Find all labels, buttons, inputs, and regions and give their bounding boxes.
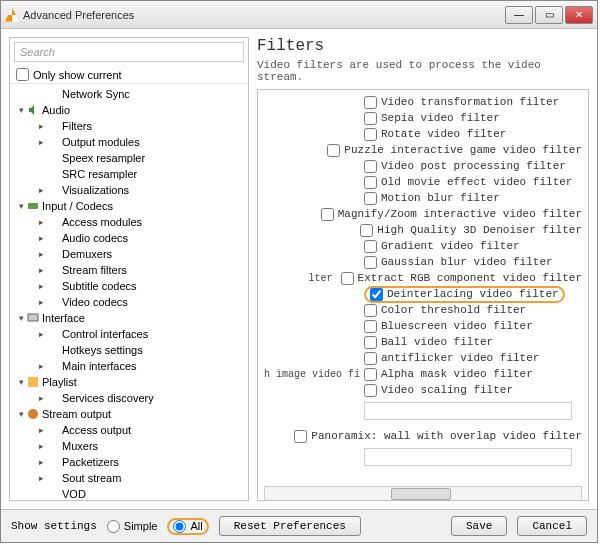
tree-item-vod[interactable]: VOD <box>10 486 248 500</box>
all-radio-wrap[interactable]: All <box>167 518 208 535</box>
filter-label: Video post processing filter <box>381 160 566 172</box>
settings-tree[interactable]: Network Sync▾Audio▸Filters▸Output module… <box>10 83 248 500</box>
filter-checkbox[interactable] <box>327 144 340 157</box>
filter-checkbox[interactable] <box>321 208 334 221</box>
filter-checkbox[interactable] <box>364 336 377 349</box>
filter-label: Alpha mask video filter <box>381 368 533 380</box>
twisty-icon: ▾ <box>16 105 26 115</box>
filter-checkbox[interactable] <box>341 272 354 285</box>
tree-item-control-interfaces[interactable]: ▸Control interfaces <box>10 326 248 342</box>
filter-row: antiflicker video filter <box>264 350 582 366</box>
tree-item-src-resampler[interactable]: SRC resampler <box>10 166 248 182</box>
tree-item-video-codecs[interactable]: ▸Video codecs <box>10 294 248 310</box>
tree-item-main-interfaces[interactable]: ▸Main interfaces <box>10 358 248 374</box>
vlc-icon <box>5 8 19 22</box>
tree-item-label: Network Sync <box>60 88 130 100</box>
tree-item-audio[interactable]: ▾Audio <box>10 102 248 118</box>
filter-checkbox[interactable] <box>364 160 377 173</box>
tree-item-demuxers[interactable]: ▸Demuxers <box>10 246 248 262</box>
filters-list[interactable]: Video transformation filterSepia video f… <box>257 89 589 501</box>
filter-row: Sepia video filter <box>264 110 582 126</box>
category-icon <box>26 408 40 420</box>
scrollbar-thumb[interactable] <box>391 488 451 500</box>
tree-item-output-modules[interactable]: ▸Output modules <box>10 134 248 150</box>
filters-heading: Filters <box>257 37 589 55</box>
tree-item-interface[interactable]: ▾Interface <box>10 310 248 326</box>
titlebar[interactable]: Advanced Preferences — ▭ ✕ <box>1 1 597 29</box>
category-icon <box>46 296 60 308</box>
cancel-button[interactable]: Cancel <box>517 516 587 536</box>
tree-item-input-codecs[interactable]: ▾Input / Codecs <box>10 198 248 214</box>
filter-row: Gradient video filter <box>264 238 582 254</box>
filters-desc: Video filters are used to process the vi… <box>257 59 589 83</box>
search-input[interactable]: Search <box>14 42 244 62</box>
filter-checkbox[interactable] <box>364 256 377 269</box>
category-icon <box>46 152 60 164</box>
tree-item-network-sync[interactable]: Network Sync <box>10 86 248 102</box>
tree-item-speex-resampler[interactable]: Speex resampler <box>10 150 248 166</box>
twisty-icon: ▸ <box>36 393 46 403</box>
category-icon <box>26 312 40 324</box>
tree-item-muxers[interactable]: ▸Muxers <box>10 438 248 454</box>
filter-row: Color threshold filter <box>264 302 582 318</box>
twisty-icon: ▸ <box>36 297 46 307</box>
filter-checkbox[interactable] <box>364 96 377 109</box>
category-icon <box>46 360 60 372</box>
filter-checkbox[interactable] <box>364 368 377 381</box>
tree-item-packetizers[interactable]: ▸Packetizers <box>10 454 248 470</box>
tree-item-visualizations[interactable]: ▸Visualizations <box>10 182 248 198</box>
twisty-icon: ▸ <box>36 137 46 147</box>
save-button[interactable]: Save <box>451 516 507 536</box>
show-settings-label: Show settings <box>11 520 97 532</box>
twisty-icon: ▸ <box>36 457 46 467</box>
filter-row: Gaussian blur video filter <box>264 254 582 270</box>
only-show-current-checkbox[interactable] <box>16 68 29 81</box>
filter-checkbox[interactable] <box>364 128 377 141</box>
tree-item-label: Main interfaces <box>60 360 137 372</box>
tree-item-label: Stream filters <box>60 264 127 276</box>
filter-checkbox[interactable] <box>364 384 377 397</box>
tree-item-audio-codecs[interactable]: ▸Audio codecs <box>10 230 248 246</box>
reset-preferences-button[interactable]: Reset Preferences <box>219 516 361 536</box>
filter-checkbox[interactable] <box>360 224 373 237</box>
tree-item-stream-output[interactable]: ▾Stream output <box>10 406 248 422</box>
tree-item-label: Access output <box>60 424 131 436</box>
category-icon <box>46 280 60 292</box>
filter-label: Gradient video filter <box>381 240 520 252</box>
filter-checkbox[interactable] <box>294 430 307 443</box>
filter-row: h image video filterAlpha mask video fil… <box>264 366 582 382</box>
tree-item-filters[interactable]: ▸Filters <box>10 118 248 134</box>
tree-item-label: Interface <box>40 312 85 324</box>
all-radio[interactable] <box>173 520 186 533</box>
twisty-icon: ▾ <box>16 409 26 419</box>
filter-checkbox[interactable] <box>364 176 377 189</box>
filter-group-label: h image video filter <box>264 369 360 380</box>
filter-row: Video post processing filter <box>264 158 582 174</box>
simple-radio-wrap[interactable]: Simple <box>107 520 158 533</box>
svg-rect-1 <box>28 314 38 321</box>
filter-checkbox[interactable] <box>370 288 383 301</box>
filter-checkbox[interactable] <box>364 352 377 365</box>
tree-item-access-modules[interactable]: ▸Access modules <box>10 214 248 230</box>
tree-item-sout-stream[interactable]: ▸Sout stream <box>10 470 248 486</box>
tree-item-playlist[interactable]: ▾Playlist <box>10 374 248 390</box>
minimize-button[interactable]: — <box>505 6 533 24</box>
filter-checkbox[interactable] <box>364 304 377 317</box>
tree-item-hotkeys-settings[interactable]: Hotkeys settings <box>10 342 248 358</box>
maximize-button[interactable]: ▭ <box>535 6 563 24</box>
filter-label: Motion blur filter <box>381 192 500 204</box>
tree-item-access-output[interactable]: ▸Access output <box>10 422 248 438</box>
filter-checkbox[interactable] <box>364 320 377 333</box>
filter-text-input[interactable] <box>364 448 572 466</box>
filter-text-input[interactable] <box>364 402 572 420</box>
tree-item-subtitle-codecs[interactable]: ▸Subtitle codecs <box>10 278 248 294</box>
filter-checkbox[interactable] <box>364 192 377 205</box>
horizontal-scrollbar[interactable] <box>264 486 582 501</box>
close-button[interactable]: ✕ <box>565 6 593 24</box>
tree-item-services-discovery[interactable]: ▸Services discovery <box>10 390 248 406</box>
filter-checkbox[interactable] <box>364 112 377 125</box>
tree-item-stream-filters[interactable]: ▸Stream filters <box>10 262 248 278</box>
simple-radio[interactable] <box>107 520 120 533</box>
filter-row: Deinterlacing video filter <box>264 286 582 302</box>
filter-checkbox[interactable] <box>364 240 377 253</box>
